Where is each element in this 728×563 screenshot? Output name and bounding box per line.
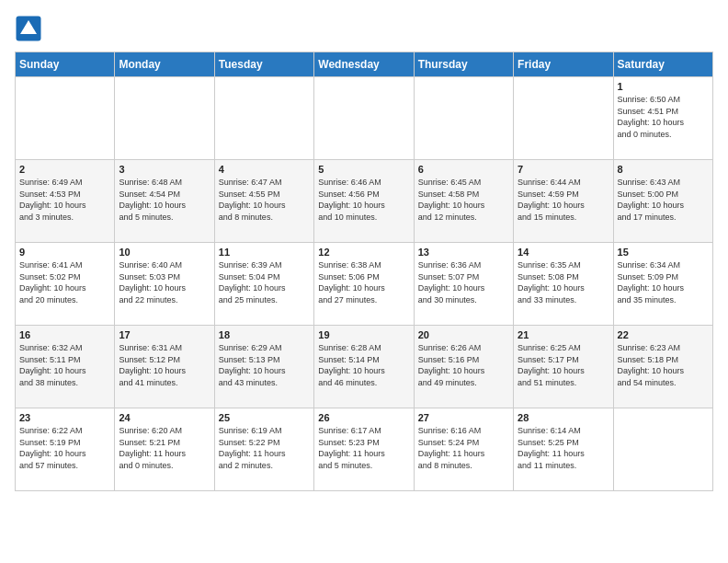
day-info: Sunrise: 6:50 AM Sunset: 4:51 PM Dayligh… xyxy=(618,94,709,140)
day-number: 19 xyxy=(318,329,409,340)
day-number: 7 xyxy=(518,164,609,175)
day-number: 4 xyxy=(219,164,310,175)
day-number: 21 xyxy=(518,329,609,340)
calendar-cell: 22Sunrise: 6:23 AM Sunset: 5:18 PM Dayli… xyxy=(613,326,712,408)
day-info: Sunrise: 6:49 AM Sunset: 4:53 PM Dayligh… xyxy=(19,177,110,223)
day-info: Sunrise: 6:41 AM Sunset: 5:02 PM Dayligh… xyxy=(19,259,110,305)
day-info: Sunrise: 6:32 AM Sunset: 5:11 PM Dayligh… xyxy=(19,342,110,388)
day-number: 15 xyxy=(618,247,709,258)
calendar-cell: 7Sunrise: 6:44 AM Sunset: 4:59 PM Daylig… xyxy=(514,160,613,243)
weekday-header-tuesday: Tuesday xyxy=(214,52,313,77)
weekday-header-wednesday: Wednesday xyxy=(314,52,414,77)
day-number: 16 xyxy=(19,329,110,340)
calendar-cell xyxy=(314,77,414,160)
calendar-cell: 25Sunrise: 6:19 AM Sunset: 5:22 PM Dayli… xyxy=(214,408,313,491)
calendar-cell: 15Sunrise: 6:34 AM Sunset: 5:09 PM Dayli… xyxy=(613,243,712,326)
calendar-cell xyxy=(214,77,313,160)
calendar-cell: 24Sunrise: 6:20 AM Sunset: 5:21 PM Dayli… xyxy=(115,408,214,491)
weekday-header-friday: Friday xyxy=(514,52,613,77)
day-number: 8 xyxy=(618,164,709,175)
day-info: Sunrise: 6:25 AM Sunset: 5:17 PM Dayligh… xyxy=(518,342,609,388)
day-info: Sunrise: 6:45 AM Sunset: 4:58 PM Dayligh… xyxy=(418,177,509,223)
calendar-table: SundayMondayTuesdayWednesdayThursdayFrid… xyxy=(15,52,713,491)
calendar-cell: 17Sunrise: 6:31 AM Sunset: 5:12 PM Dayli… xyxy=(115,326,214,408)
day-number: 13 xyxy=(418,247,509,258)
logo-icon xyxy=(15,15,42,42)
logo xyxy=(15,15,46,42)
day-number: 25 xyxy=(219,412,310,423)
weekday-header-sunday: Sunday xyxy=(16,52,115,77)
calendar-cell: 8Sunrise: 6:43 AM Sunset: 5:00 PM Daylig… xyxy=(613,160,712,243)
day-info: Sunrise: 6:36 AM Sunset: 5:07 PM Dayligh… xyxy=(418,259,509,305)
day-number: 2 xyxy=(19,164,110,175)
calendar-cell: 21Sunrise: 6:25 AM Sunset: 5:17 PM Dayli… xyxy=(514,326,613,408)
calendar-cell: 11Sunrise: 6:39 AM Sunset: 5:04 PM Dayli… xyxy=(214,243,313,326)
day-info: Sunrise: 6:26 AM Sunset: 5:16 PM Dayligh… xyxy=(418,342,509,388)
calendar-cell: 13Sunrise: 6:36 AM Sunset: 5:07 PM Dayli… xyxy=(414,243,513,326)
day-number: 22 xyxy=(618,329,709,340)
calendar-cell xyxy=(115,77,214,160)
day-number: 11 xyxy=(219,247,310,258)
day-info: Sunrise: 6:31 AM Sunset: 5:12 PM Dayligh… xyxy=(119,342,210,388)
calendar-cell: 10Sunrise: 6:40 AM Sunset: 5:03 PM Dayli… xyxy=(115,243,214,326)
calendar-cell xyxy=(16,77,115,160)
day-number: 23 xyxy=(19,412,110,423)
calendar-week-2: 2Sunrise: 6:49 AM Sunset: 4:53 PM Daylig… xyxy=(16,160,713,243)
weekday-header-thursday: Thursday xyxy=(414,52,513,77)
day-info: Sunrise: 6:16 AM Sunset: 5:24 PM Dayligh… xyxy=(418,425,509,471)
calendar-cell: 28Sunrise: 6:14 AM Sunset: 5:25 PM Dayli… xyxy=(514,408,613,491)
day-info: Sunrise: 6:44 AM Sunset: 4:59 PM Dayligh… xyxy=(518,177,609,223)
day-number: 17 xyxy=(119,329,210,340)
day-number: 5 xyxy=(318,164,409,175)
day-number: 9 xyxy=(19,247,110,258)
calendar-cell: 27Sunrise: 6:16 AM Sunset: 5:24 PM Dayli… xyxy=(414,408,513,491)
day-info: Sunrise: 6:23 AM Sunset: 5:18 PM Dayligh… xyxy=(618,342,709,388)
day-number: 18 xyxy=(219,329,310,340)
day-number: 14 xyxy=(518,247,609,258)
calendar-cell xyxy=(613,408,712,491)
day-info: Sunrise: 6:34 AM Sunset: 5:09 PM Dayligh… xyxy=(618,259,709,305)
calendar-week-1: 1Sunrise: 6:50 AM Sunset: 4:51 PM Daylig… xyxy=(16,77,713,160)
day-number: 3 xyxy=(119,164,210,175)
day-info: Sunrise: 6:29 AM Sunset: 5:13 PM Dayligh… xyxy=(219,342,310,388)
day-info: Sunrise: 6:17 AM Sunset: 5:23 PM Dayligh… xyxy=(318,425,409,471)
day-info: Sunrise: 6:14 AM Sunset: 5:25 PM Dayligh… xyxy=(518,425,609,471)
day-info: Sunrise: 6:40 AM Sunset: 5:03 PM Dayligh… xyxy=(119,259,210,305)
day-number: 10 xyxy=(119,247,210,258)
calendar-cell: 6Sunrise: 6:45 AM Sunset: 4:58 PM Daylig… xyxy=(414,160,513,243)
day-info: Sunrise: 6:35 AM Sunset: 5:08 PM Dayligh… xyxy=(518,259,609,305)
calendar-cell: 20Sunrise: 6:26 AM Sunset: 5:16 PM Dayli… xyxy=(414,326,513,408)
page-header xyxy=(15,15,713,42)
day-info: Sunrise: 6:20 AM Sunset: 5:21 PM Dayligh… xyxy=(119,425,210,471)
calendar-cell: 12Sunrise: 6:38 AM Sunset: 5:06 PM Dayli… xyxy=(314,243,414,326)
calendar-cell: 5Sunrise: 6:46 AM Sunset: 4:56 PM Daylig… xyxy=(314,160,414,243)
calendar-cell: 2Sunrise: 6:49 AM Sunset: 4:53 PM Daylig… xyxy=(16,160,115,243)
calendar-cell xyxy=(414,77,513,160)
day-info: Sunrise: 6:38 AM Sunset: 5:06 PM Dayligh… xyxy=(318,259,409,305)
calendar-cell: 3Sunrise: 6:48 AM Sunset: 4:54 PM Daylig… xyxy=(115,160,214,243)
day-number: 24 xyxy=(119,412,210,423)
day-number: 6 xyxy=(418,164,509,175)
calendar-cell: 26Sunrise: 6:17 AM Sunset: 5:23 PM Dayli… xyxy=(314,408,414,491)
calendar-cell: 1Sunrise: 6:50 AM Sunset: 4:51 PM Daylig… xyxy=(613,77,712,160)
day-info: Sunrise: 6:46 AM Sunset: 4:56 PM Dayligh… xyxy=(318,177,409,223)
calendar-cell: 19Sunrise: 6:28 AM Sunset: 5:14 PM Dayli… xyxy=(314,326,414,408)
day-number: 1 xyxy=(618,81,709,92)
weekday-header-saturday: Saturday xyxy=(613,52,712,77)
calendar-cell: 16Sunrise: 6:32 AM Sunset: 5:11 PM Dayli… xyxy=(16,326,115,408)
calendar-cell: 4Sunrise: 6:47 AM Sunset: 4:55 PM Daylig… xyxy=(214,160,313,243)
calendar-week-4: 16Sunrise: 6:32 AM Sunset: 5:11 PM Dayli… xyxy=(16,326,713,408)
calendar-cell: 23Sunrise: 6:22 AM Sunset: 5:19 PM Dayli… xyxy=(16,408,115,491)
calendar-cell: 9Sunrise: 6:41 AM Sunset: 5:02 PM Daylig… xyxy=(16,243,115,326)
weekday-header-monday: Monday xyxy=(115,52,214,77)
day-number: 12 xyxy=(318,247,409,258)
day-number: 26 xyxy=(318,412,409,423)
day-info: Sunrise: 6:43 AM Sunset: 5:00 PM Dayligh… xyxy=(618,177,709,223)
calendar-week-3: 9Sunrise: 6:41 AM Sunset: 5:02 PM Daylig… xyxy=(16,243,713,326)
weekday-header-row: SundayMondayTuesdayWednesdayThursdayFrid… xyxy=(16,52,713,77)
calendar-week-5: 23Sunrise: 6:22 AM Sunset: 5:19 PM Dayli… xyxy=(16,408,713,491)
day-info: Sunrise: 6:47 AM Sunset: 4:55 PM Dayligh… xyxy=(219,177,310,223)
calendar-cell xyxy=(514,77,613,160)
day-info: Sunrise: 6:19 AM Sunset: 5:22 PM Dayligh… xyxy=(219,425,310,471)
day-info: Sunrise: 6:39 AM Sunset: 5:04 PM Dayligh… xyxy=(219,259,310,305)
